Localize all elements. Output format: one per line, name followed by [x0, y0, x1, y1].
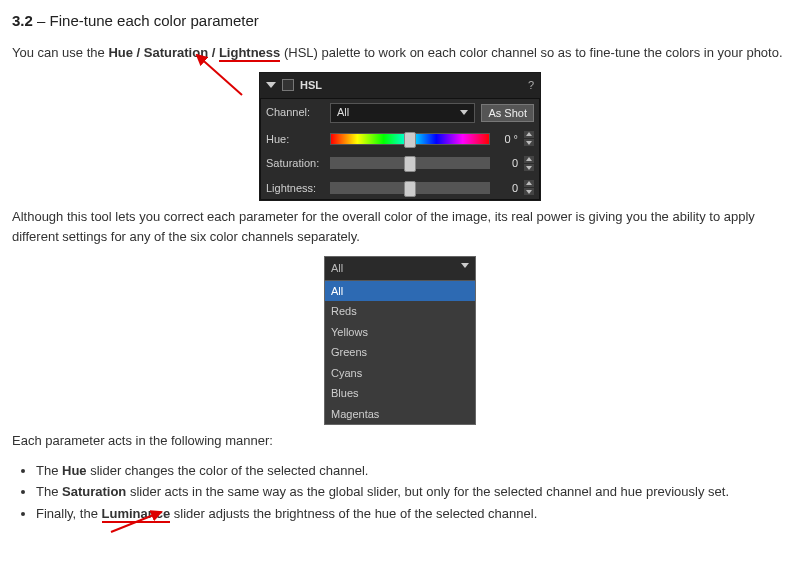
lightness-row: Lightness: 0 — [260, 176, 540, 201]
collapse-triangle-icon[interactable] — [266, 82, 276, 88]
slider-handle[interactable] — [404, 132, 416, 148]
dropdown-item-reds[interactable]: Reds — [325, 301, 475, 322]
saturation-row: Saturation: 0 — [260, 151, 540, 176]
list-item: Finally, the Luminance slider adjusts th… — [36, 504, 788, 524]
dropdown-item-all[interactable]: All — [325, 281, 475, 302]
dropdown-head-text: All — [331, 262, 343, 274]
paragraph-2: Although this tool lets you correct each… — [12, 207, 788, 246]
text: You can use the — [12, 45, 108, 60]
channel-label: Channel: — [266, 104, 324, 121]
dropdown-item-greens[interactable]: Greens — [325, 342, 475, 363]
lightness-underlined: Lightness — [219, 45, 280, 62]
parameter-list: The Hue slider changes the color of the … — [36, 461, 788, 524]
text: slider adjusts the brightness of the hue… — [170, 506, 537, 521]
dropdown-item-magentas[interactable]: Magentas — [325, 404, 475, 425]
bold-text: Saturation — [62, 484, 126, 499]
hue-label: Hue: — [266, 131, 324, 148]
section-heading: 3.2 – Fine-tune each color parameter — [12, 10, 788, 33]
lightness-label: Lightness: — [266, 180, 324, 197]
hsl-panel-titlebar: HSL ? — [260, 73, 540, 99]
saturation-spinner[interactable] — [524, 156, 534, 171]
chevron-down-icon — [461, 263, 469, 268]
as-shot-button[interactable]: As Shot — [481, 104, 534, 122]
luminance-underlined: Luminance — [102, 506, 171, 523]
heading-sep: – — [33, 12, 50, 29]
hsl-panel-container: HSL ? Channel: All As Shot Hue: 0 ° Satu… — [12, 72, 788, 201]
text: slider changes the color of the selected… — [87, 463, 369, 478]
slider-handle[interactable] — [404, 156, 416, 172]
intro-paragraph: You can use the Hue / Saturation / Light… — [12, 43, 788, 63]
hue-spinner[interactable] — [524, 131, 534, 146]
text: slider acts in the same way as the globa… — [126, 484, 729, 499]
dropdown-item-yellows[interactable]: Yellows — [325, 322, 475, 343]
hsl-panel: HSL ? Channel: All As Shot Hue: 0 ° Satu… — [259, 72, 541, 201]
channel-value: All — [337, 104, 349, 121]
text: Finally, the — [36, 506, 102, 521]
hue-row: Hue: 0 ° — [260, 127, 540, 152]
channel-row: Channel: All As Shot — [260, 99, 540, 127]
text: (HSL) palette to work on each color chan… — [280, 45, 782, 60]
text: The — [36, 463, 62, 478]
slider-handle[interactable] — [404, 181, 416, 197]
hue-slider[interactable] — [330, 133, 490, 145]
saturation-value: 0 — [496, 155, 518, 172]
list-item: The Saturation slider acts in the same w… — [36, 482, 788, 502]
saturation-slider[interactable] — [330, 157, 490, 169]
chevron-down-icon — [460, 110, 468, 115]
lightness-slider[interactable] — [330, 182, 490, 194]
help-icon[interactable]: ? — [528, 77, 534, 94]
dropdown-container: All All Reds Yellows Greens Cyans Blues … — [12, 256, 788, 425]
heading-title: Fine-tune each color parameter — [50, 12, 259, 29]
paragraph-3: Each parameter acts in the following man… — [12, 431, 788, 451]
channel-dropdown[interactable]: All All Reds Yellows Greens Cyans Blues … — [324, 256, 476, 425]
channel-select[interactable]: All — [330, 103, 475, 123]
lightness-value: 0 — [496, 180, 518, 197]
bold-text: Hue / Saturation / — [108, 45, 219, 60]
lightness-spinner[interactable] — [524, 180, 534, 195]
hue-value: 0 ° — [496, 131, 518, 148]
panel-title: HSL — [300, 77, 528, 94]
heading-number: 3.2 — [12, 12, 33, 29]
dropdown-item-cyans[interactable]: Cyans — [325, 363, 475, 384]
dropdown-head[interactable]: All — [325, 257, 475, 281]
text: The — [36, 484, 62, 499]
dropdown-item-blues[interactable]: Blues — [325, 383, 475, 404]
bold-text: Hue — [62, 463, 87, 478]
saturation-label: Saturation: — [266, 155, 324, 172]
list-item: The Hue slider changes the color of the … — [36, 461, 788, 481]
panel-checkbox[interactable] — [282, 79, 294, 91]
